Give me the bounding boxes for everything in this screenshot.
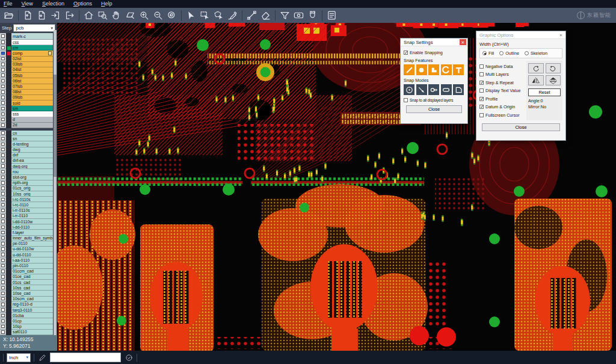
zoom-previous-button[interactable] [165, 8, 179, 22]
layer-visibility-checkbox[interactable] [1, 292, 5, 295]
layer-name[interactable]: 01cs_orig [11, 186, 53, 191]
radio-icon[interactable] [482, 51, 487, 55]
checkbox-icon[interactable] [479, 88, 484, 93]
checkbox-icon[interactable] [479, 81, 484, 85]
brush-button[interactable] [226, 8, 239, 22]
layer-visibility-checkbox[interactable] [1, 297, 5, 301]
layer-visibility-checkbox[interactable] [1, 101, 5, 105]
layer-row[interactable]: sss [0, 111, 53, 117]
layer-checkbox-cell[interactable] [0, 269, 6, 274]
layer-row[interactable]: 01cp [0, 318, 53, 324]
layer-name[interactable]: 01ce_cad [11, 274, 53, 280]
layer-visibility-checkbox[interactable] [1, 107, 5, 111]
unit-dropdown[interactable]: Inch ▾ [7, 353, 31, 362]
layer-visibility-checkbox[interactable] [1, 68, 5, 72]
mirror-horizontal-button[interactable] [528, 75, 544, 85]
measure-button[interactable] [245, 8, 259, 22]
layer-checkbox-cell[interactable] [0, 141, 6, 147]
layer-row[interactable]: comp [0, 51, 53, 56]
log-notes-button[interactable] [325, 8, 339, 22]
layer-row[interactable]: cn [0, 131, 53, 136]
checkbox-fullscreen-cursor[interactable]: Fullscreen Cursor [479, 113, 524, 118]
checkbox-icon[interactable] [404, 98, 408, 102]
snap-profile-button[interactable] [453, 84, 464, 95]
layer-checkbox-cell[interactable] [0, 219, 6, 224]
layer-visibility-checkbox[interactable] [1, 198, 5, 202]
layer-name[interactable]: 01cba [11, 313, 53, 318]
layer-row[interactable]: 2d [0, 123, 53, 128]
layer-visibility-checkbox[interactable] [1, 280, 5, 284]
layer-checkbox-cell[interactable] [0, 78, 6, 84]
scrollbar-thumb[interactable] [54, 75, 57, 177]
layer-visibility-checkbox[interactable] [1, 79, 5, 83]
layer-checkbox-cell[interactable] [0, 297, 6, 302]
close-icon[interactable]: ✕ [460, 39, 466, 45]
layer-row[interactable]: css [0, 40, 53, 45]
layer-name[interactable]: sm [11, 106, 53, 111]
layer-checkbox-cell[interactable] [0, 111, 6, 117]
pan-button[interactable] [109, 8, 123, 22]
layer-row[interactable]: 10scm_cad [0, 297, 53, 302]
layer-row[interactable]: i-rr-0110 [0, 214, 53, 219]
graphic-close-button[interactable]: Close [482, 123, 560, 131]
checkbox-datum-origin[interactable]: Datum & Origin [479, 104, 524, 110]
layer-name[interactable]: dxf-ea [11, 158, 53, 164]
layer-checkbox-cell[interactable] [0, 51, 6, 56]
layer-visibility-checkbox[interactable] [1, 209, 5, 212]
layer-row[interactable]: i-rc-0110 [0, 202, 53, 208]
layer-name[interactable]: i-rr-0110s [11, 208, 53, 214]
layer-list-scrollbar[interactable] [54, 30, 57, 350]
layer-checkbox-cell[interactable] [0, 153, 6, 158]
snap-center-button[interactable] [404, 84, 414, 95]
layer-visibility-checkbox[interactable] [1, 330, 5, 334]
layer-checkbox-cell[interactable] [0, 274, 6, 280]
layer-visibility-checkbox[interactable] [1, 264, 5, 268]
layer-row[interactable]: pe-0110 [0, 241, 53, 247]
layer-name[interactable]: 2d [11, 123, 53, 128]
layer-visibility-checkbox[interactable] [1, 203, 5, 207]
layer-visibility-checkbox[interactable] [1, 226, 5, 229]
layer-checkbox-cell[interactable] [0, 100, 6, 106]
command-input[interactable] [50, 353, 121, 362]
layer-checkbox-cell[interactable] [0, 285, 6, 291]
layer-checkbox-cell[interactable] [0, 258, 6, 263]
layer-row[interactable]: sm [0, 106, 53, 111]
layer-visibility-checkbox[interactable] [1, 231, 5, 235]
layer-name[interactable]: targ3-0110 [11, 307, 53, 313]
layer-visibility-checkbox[interactable] [1, 63, 5, 66]
snap-surface-button[interactable] [428, 64, 439, 75]
layer-name[interactable]: i-aa-0110 [11, 258, 53, 263]
layer-name[interactable]: d [11, 117, 53, 123]
checkbox-negative-data[interactable]: Negative Data [479, 64, 524, 69]
layer-visibility-checkbox[interactable] [1, 308, 5, 312]
snap-slot-button[interactable] [441, 84, 452, 95]
layer-row[interactable]: f-layer [0, 230, 53, 235]
layer-name[interactable]: inner_auto_film_symb [11, 236, 53, 241]
layer-visibility-checkbox[interactable] [1, 192, 5, 196]
layer-visibility-checkbox[interactable] [1, 220, 5, 223]
layer-row[interactable]: sold [0, 100, 53, 106]
step-dropdown[interactable]: pcb ▾ [13, 24, 55, 32]
layer-visibility-checkbox[interactable] [1, 131, 5, 135]
layer-row[interactable]: 10ss_cad [0, 285, 53, 291]
menu-item-help[interactable]: Help [101, 0, 112, 8]
graphic-dialog-titlebar[interactable]: Graphic Options ✕ [476, 31, 565, 39]
layer-visibility-checkbox[interactable] [1, 275, 5, 279]
layer-visibility-checkbox[interactable] [1, 286, 5, 290]
layer-row[interactable]: reg-0110-d [0, 302, 53, 307]
layer-row[interactable]: 10ss_orig [0, 191, 53, 197]
checkbox-icon[interactable] [479, 97, 484, 101]
snap-all-layers-checkbox[interactable]: Snap to all displayed layers [404, 98, 464, 102]
layer-checkbox-cell[interactable] [0, 57, 6, 62]
layer-row[interactable]: i-rr-0110s [0, 208, 53, 214]
layer-visibility-checkbox[interactable] [1, 96, 5, 99]
layer-row[interactable]: d-tenting [0, 141, 53, 147]
checkbox-icon[interactable] [479, 113, 484, 117]
snap-arc-button[interactable] [441, 64, 452, 75]
layer-name[interactable]: 10ss_cad [11, 285, 53, 291]
file-download-button[interactable] [35, 8, 49, 22]
layer-visibility-checkbox[interactable] [1, 137, 5, 141]
radio-icon[interactable] [525, 51, 529, 55]
layer-row[interactable]: i-dd-0110 [0, 224, 53, 230]
zoom-in-button[interactable] [137, 8, 151, 22]
